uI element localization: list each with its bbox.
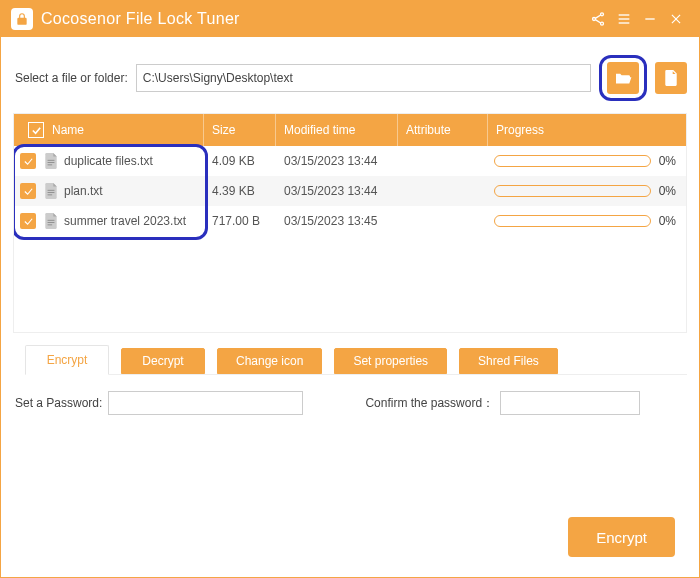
svg-rect-16 (48, 164, 53, 165)
svg-rect-14 (48, 160, 55, 161)
file-modified: 03/15/2023 13:45 (276, 214, 398, 228)
file-modified: 03/15/2023 13:44 (276, 184, 398, 198)
tab-shred-files[interactable]: Shred Files (459, 348, 558, 374)
table-row[interactable]: summer travel 2023.txt 717.00 B 03/15/20… (14, 206, 686, 236)
file-icon (664, 70, 678, 86)
progress-bar (494, 185, 651, 197)
tab-change-icon[interactable]: Change icon (217, 348, 322, 374)
svg-rect-21 (48, 222, 55, 223)
tab-decrypt[interactable]: Decrypt (121, 348, 205, 374)
browse-highlight (599, 55, 647, 101)
progress-bar (494, 155, 651, 167)
svg-rect-11 (668, 77, 675, 78)
folder-open-icon (614, 71, 632, 85)
svg-rect-18 (48, 192, 55, 193)
minimize-icon[interactable] (637, 6, 663, 32)
set-password-input[interactable] (108, 391, 303, 415)
menu-icon[interactable] (611, 6, 637, 32)
tab-set-properties[interactable]: Set properties (334, 348, 447, 374)
row-checkbox[interactable] (20, 153, 36, 169)
file-name: summer travel 2023.txt (64, 214, 186, 228)
text-file-icon (44, 153, 58, 169)
set-password-label: Set a Password: (15, 396, 102, 410)
path-label: Select a file or folder: (15, 71, 128, 85)
svg-rect-20 (48, 220, 55, 221)
column-header-size[interactable]: Size (204, 114, 276, 146)
svg-rect-15 (48, 162, 55, 163)
svg-rect-13 (668, 81, 673, 82)
progress-percent: 0% (659, 214, 676, 228)
encrypt-button[interactable]: Encrypt (568, 517, 675, 557)
svg-point-1 (593, 18, 596, 21)
file-name: plan.txt (64, 184, 103, 198)
column-header-attribute[interactable]: Attribute (398, 114, 488, 146)
svg-rect-19 (48, 194, 53, 195)
svg-point-0 (601, 13, 604, 16)
close-icon[interactable] (663, 6, 689, 32)
confirm-password-label: Confirm the password： (365, 395, 494, 412)
file-size: 4.09 KB (204, 154, 276, 168)
file-size: 4.39 KB (204, 184, 276, 198)
progress-percent: 0% (659, 184, 676, 198)
file-name: duplicate files.txt (64, 154, 153, 168)
app-logo (11, 8, 33, 30)
file-table: Name Size Modified time Attribute Progre… (13, 113, 687, 333)
app-title: Cocosenor File Lock Tuner (41, 10, 240, 28)
text-file-icon (44, 213, 58, 229)
svg-line-3 (595, 15, 600, 18)
svg-rect-17 (48, 190, 55, 191)
path-input[interactable] (136, 64, 591, 92)
confirm-password-input[interactable] (500, 391, 640, 415)
column-header-modified[interactable]: Modified time (276, 114, 398, 146)
file-modified: 03/15/2023 13:44 (276, 154, 398, 168)
text-file-icon (44, 183, 58, 199)
file-size: 717.00 B (204, 214, 276, 228)
browse-folder-button[interactable] (607, 62, 639, 94)
row-checkbox[interactable] (20, 213, 36, 229)
table-row[interactable]: plan.txt 4.39 KB 03/15/2023 13:44 0% (14, 176, 686, 206)
tab-encrypt[interactable]: Encrypt (25, 345, 109, 375)
select-all-checkbox[interactable] (28, 122, 44, 138)
svg-line-4 (595, 20, 600, 23)
progress-percent: 0% (659, 154, 676, 168)
row-checkbox[interactable] (20, 183, 36, 199)
svg-point-2 (601, 22, 604, 25)
share-icon[interactable] (585, 6, 611, 32)
new-file-button[interactable] (655, 62, 687, 94)
svg-rect-22 (48, 224, 53, 225)
column-header-progress[interactable]: Progress (488, 114, 686, 146)
title-bar: Cocosenor File Lock Tuner (1, 1, 699, 37)
table-row[interactable]: duplicate files.txt 4.09 KB 03/15/2023 1… (14, 146, 686, 176)
svg-rect-12 (668, 79, 675, 80)
progress-bar (494, 215, 651, 227)
column-header-name[interactable]: Name (14, 114, 204, 146)
